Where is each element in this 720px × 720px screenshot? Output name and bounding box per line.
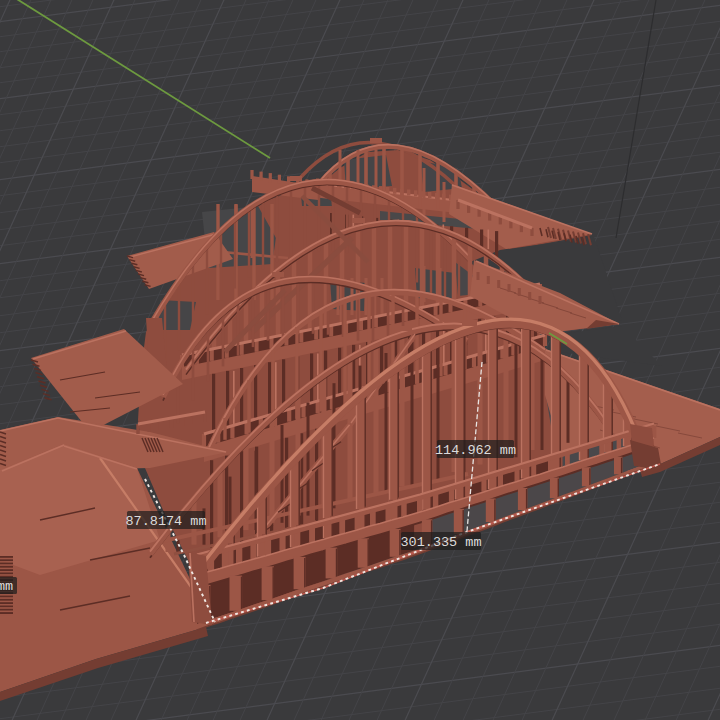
svg-text:301.335 mm: 301.335 mm — [400, 535, 481, 550]
svg-text:87.8174 mm: 87.8174 mm — [125, 514, 206, 529]
svg-text:mm: mm — [0, 579, 13, 594]
svg-text:114.962 mm: 114.962 mm — [435, 443, 516, 458]
